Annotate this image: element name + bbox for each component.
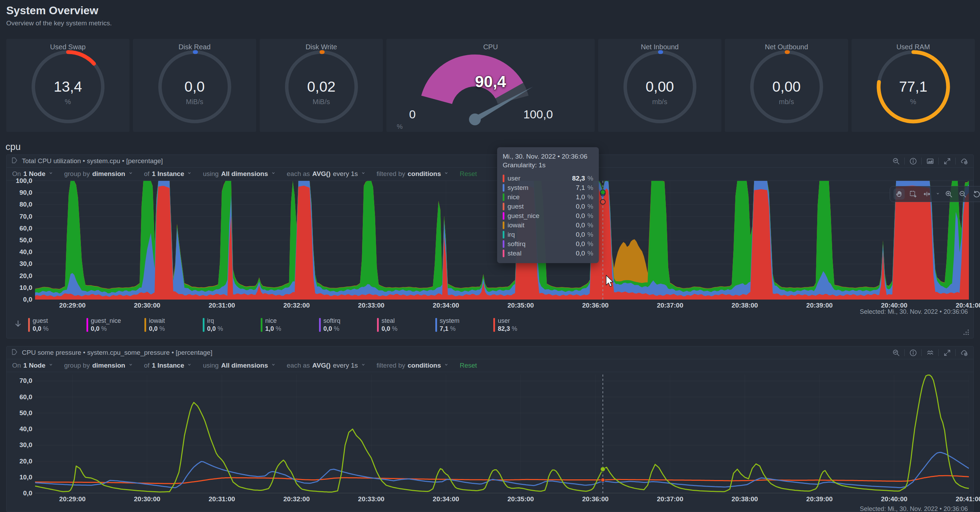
- gauge-card-disk-write[interactable]: Disk Write0,02MiB/s: [260, 39, 383, 132]
- legend-item-user[interactable]: user82,3 %: [493, 316, 549, 333]
- horizontal-zoom-icon[interactable]: [921, 189, 932, 200]
- x-axis-tick-label: 20:37:00: [657, 495, 683, 503]
- legend-item-steal[interactable]: steal0,0 %: [377, 316, 433, 333]
- legend-item-irq[interactable]: irq0,0 %: [203, 316, 258, 333]
- chevron-down-icon: [270, 170, 276, 178]
- gauge-max-label: 100,0: [517, 108, 559, 121]
- filter-label: using: [203, 170, 218, 178]
- tooltip-row-steal: steal0,0%: [503, 248, 593, 258]
- tooltip-granularity: Granularity: 1s: [503, 161, 593, 170]
- legend-color-bar: [203, 318, 204, 332]
- filter-group-by[interactable]: group bydimension: [64, 170, 134, 178]
- toolbar-divider: [921, 157, 922, 165]
- tooltip-dim-name: guest_nice: [508, 212, 576, 220]
- expand-icon[interactable]: [942, 347, 952, 358]
- x-axis-tick-label: 20:34:00: [433, 302, 459, 309]
- selected-timestamp: Selected: Mi., 30. Nov. 2022 • 20:36:06: [860, 308, 968, 316]
- legend-value: 82,3 %: [498, 325, 517, 332]
- chart-header: Total CPU utilization • system.cpu • [pe…: [6, 155, 974, 168]
- legend-item-nice[interactable]: nice1,0 %: [261, 316, 316, 333]
- x-axis-tick-label: 20:33:00: [358, 495, 384, 503]
- chevron-down-icon: [360, 362, 366, 369]
- gauge-card-net-inbound[interactable]: Net Inbound0,00mb/s: [598, 39, 721, 132]
- y-axis-tick-label: 70,0: [8, 377, 32, 385]
- chart-type-line-icon[interactable]: [925, 347, 935, 358]
- zoom-in-icon[interactable]: [943, 189, 954, 200]
- filter-On[interactable]: On1 Node: [12, 362, 54, 369]
- info-icon[interactable]: [908, 347, 918, 358]
- filter-filtered-by[interactable]: filtered byconditions: [377, 362, 449, 369]
- filter-of[interactable]: of1 Instance: [144, 362, 192, 369]
- toolbar-divider: [938, 157, 939, 165]
- gauge-value: 77,1: [851, 80, 975, 94]
- gauge-card-net-outbound[interactable]: Net Outbound0,00mb/s: [725, 39, 848, 132]
- filter-label: each as: [287, 170, 310, 178]
- x-axis-tick-label: 20:31:00: [208, 495, 235, 503]
- x-axis-tick-label: 20:34:00: [433, 495, 459, 503]
- add-to-dashboard-icon[interactable]: [959, 347, 969, 358]
- filter-using[interactable]: usingAll dimensions: [203, 170, 276, 178]
- filter-each-as[interactable]: each asAVG()every 1s: [287, 170, 366, 178]
- chevron-down-icon[interactable]: [935, 191, 940, 197]
- tooltip-dim-value: 82,3: [572, 175, 585, 182]
- reset-button[interactable]: Reset: [460, 170, 477, 178]
- gauge-card-disk-read[interactable]: Disk Read0,0MiB/s: [133, 39, 256, 132]
- tooltip-row-system: system7,1%: [503, 183, 593, 192]
- chevron-down-icon: [360, 170, 366, 178]
- legend-color-bar: [435, 318, 437, 332]
- tooltip-color-bar: [503, 212, 504, 220]
- gauge-unit: %: [851, 98, 975, 106]
- legend-value: 0,0 %: [382, 325, 398, 332]
- zoom-chart-icon[interactable]: [891, 156, 901, 166]
- cpu-pressure-line-chart[interactable]: [35, 375, 969, 493]
- filter-of[interactable]: of1 Instance: [144, 170, 192, 178]
- legend-name: guest_nice: [91, 317, 121, 324]
- legend-item-system[interactable]: system7,1 %: [435, 316, 491, 333]
- tooltip-dim-unit: %: [587, 221, 593, 229]
- tooltip-dim-unit: %: [587, 240, 593, 248]
- filter-On[interactable]: On1 Node: [12, 170, 54, 178]
- filter-label: group by: [64, 170, 90, 178]
- y-axis-tick-label: 90,0: [8, 189, 32, 196]
- filter-using[interactable]: usingAll dimensions: [203, 362, 276, 369]
- legend-item-guest_nice[interactable]: guest_nice0,0 %: [86, 316, 142, 333]
- select-area-icon[interactable]: [907, 189, 918, 200]
- filter-group-by[interactable]: group bydimension: [64, 362, 134, 369]
- legend-name: iowait: [149, 317, 165, 324]
- filter-value: All dimensions: [221, 170, 268, 178]
- info-icon[interactable]: [908, 156, 918, 166]
- filter-label: group by: [64, 362, 90, 369]
- gauge-card-cpu[interactable]: CPU90,40100,0%: [387, 39, 595, 132]
- tooltip-color-bar: [503, 203, 504, 210]
- add-to-dashboard-icon[interactable]: [959, 156, 969, 166]
- reset-button[interactable]: Reset: [460, 362, 477, 369]
- filter-filtered-by[interactable]: filtered byconditions: [377, 170, 449, 178]
- tooltip-color-bar: [503, 221, 504, 229]
- tooltip-row-nice: nice1,0%: [503, 192, 593, 202]
- gauge-value: 13,4: [6, 80, 129, 94]
- reset-zoom-icon[interactable]: [971, 189, 980, 200]
- toolbar-divider: [955, 349, 956, 356]
- zoom-out-icon[interactable]: [957, 189, 968, 200]
- gauge-value: 0,0: [133, 80, 256, 94]
- chart-type-area-icon[interactable]: [925, 156, 935, 166]
- expand-icon[interactable]: [942, 156, 952, 166]
- x-axis-tick-label: 20:31:00: [208, 302, 235, 309]
- gauge-card-used-swap[interactable]: Used Swap13,4%: [6, 39, 129, 132]
- legend-item-iowait[interactable]: iowait0,0 %: [145, 316, 200, 333]
- chart-card-cpu-utilization: Total CPU utilization • system.cpu • [pe…: [6, 154, 974, 339]
- filter-each-as[interactable]: each asAVG()every 1s: [287, 362, 366, 369]
- legend-sort-arrow-icon[interactable]: [14, 320, 22, 330]
- y-axis-tick-label: 20,0: [8, 272, 32, 280]
- pan-icon[interactable]: [894, 189, 905, 200]
- tooltip-color-bar: [503, 193, 504, 201]
- legend-item-softirq[interactable]: softirq0,0 %: [319, 316, 375, 333]
- legend-item-guest[interactable]: guest0,0 %: [28, 316, 84, 333]
- legend-name: nice: [265, 317, 277, 324]
- zoom-chart-icon[interactable]: [891, 347, 901, 358]
- filter-label: filtered by: [377, 170, 405, 178]
- resize-handle-icon[interactable]: [963, 329, 969, 336]
- gauge-card-used-ram[interactable]: Used RAM77,1%: [851, 39, 975, 132]
- page-title: System Overview: [6, 4, 98, 17]
- y-axis-tick-label: 100,0: [8, 177, 32, 184]
